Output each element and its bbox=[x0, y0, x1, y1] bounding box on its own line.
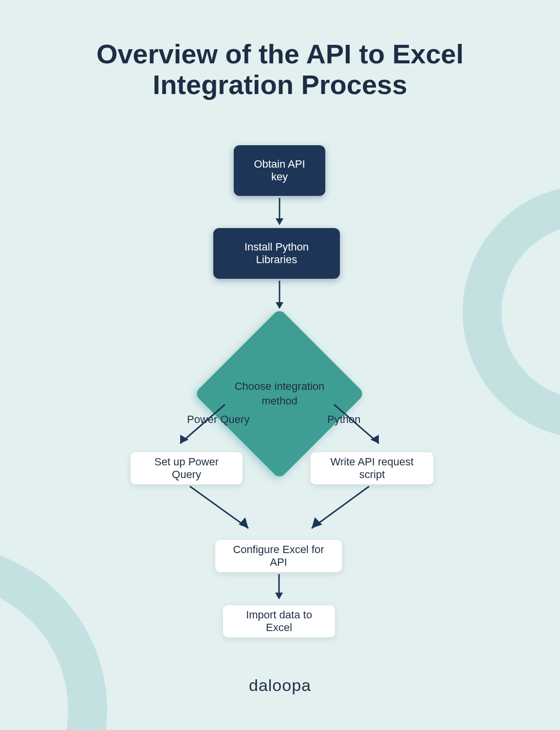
svg-line-10 bbox=[312, 486, 369, 528]
node-obtain-api-key: Obtain API key bbox=[234, 145, 325, 196]
node-install-python-libraries: Install Python Libraries bbox=[213, 228, 340, 279]
svg-marker-11 bbox=[311, 517, 322, 528]
branch-label-power-query: Power Query bbox=[187, 413, 249, 426]
node-text: Import data to Excel bbox=[234, 609, 324, 634]
svg-marker-7 bbox=[370, 434, 380, 443]
node-text: Write API request script bbox=[321, 456, 423, 481]
svg-marker-5 bbox=[179, 434, 189, 443]
arrow-icon bbox=[274, 198, 285, 227]
arrow-icon bbox=[274, 281, 285, 311]
node-text: Set up Power Query bbox=[141, 456, 232, 481]
arrow-icon bbox=[273, 574, 285, 601]
branch-label-python: Python bbox=[327, 413, 361, 426]
node-write-api-request-script: Write API request script bbox=[311, 452, 433, 484]
svg-marker-3 bbox=[276, 302, 283, 309]
arrow-icon bbox=[292, 486, 375, 540]
node-text: Obtain API key bbox=[244, 158, 315, 183]
svg-marker-9 bbox=[239, 517, 249, 528]
node-text: Choose integration method bbox=[233, 379, 326, 408]
page-title: Overview of the API to Excel Integration… bbox=[56, 39, 504, 100]
svg-marker-13 bbox=[275, 593, 283, 599]
arrow-icon bbox=[185, 486, 268, 540]
node-text: Install Python Libraries bbox=[224, 241, 329, 266]
node-setup-power-query: Set up Power Query bbox=[131, 452, 243, 484]
svg-line-8 bbox=[190, 486, 248, 528]
node-import-data-to-excel: Import data to Excel bbox=[223, 605, 335, 637]
node-text: Configure Excel for API bbox=[226, 543, 331, 569]
decorative-ring-left-icon bbox=[0, 545, 107, 730]
svg-marker-1 bbox=[276, 218, 283, 225]
node-configure-excel-for-api: Configure Excel for API bbox=[215, 540, 342, 572]
brand-logo: daloopa bbox=[249, 676, 311, 695]
decorative-ring-right-icon bbox=[463, 185, 560, 439]
